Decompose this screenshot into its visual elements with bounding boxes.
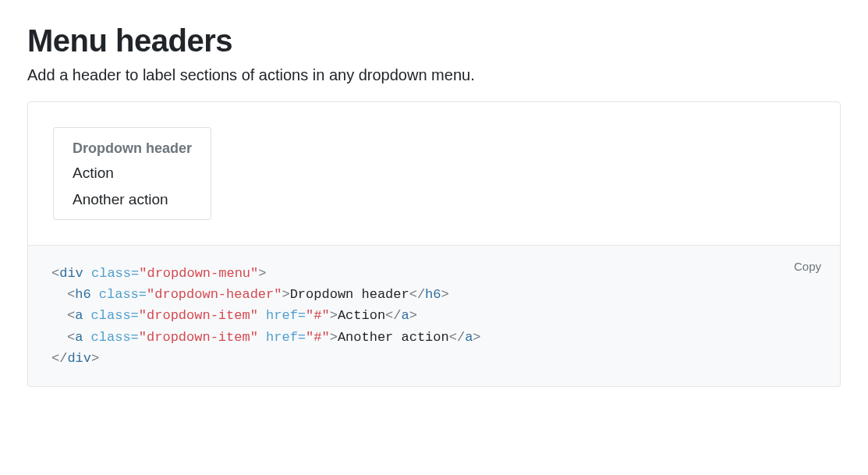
section-description: Add a header to label sections of action… bbox=[27, 66, 841, 84]
dropdown-header: Dropdown header bbox=[54, 134, 211, 160]
code-block: Copy <div class="dropdown-menu"> <h6 cla… bbox=[27, 246, 841, 387]
code-line-3: <a class="dropdown-item" href="#">Action… bbox=[51, 305, 817, 326]
section-title: Menu headers bbox=[27, 23, 841, 58]
code-line-1: <div class="dropdown-menu"> bbox=[51, 263, 817, 284]
dropdown-item-another-action[interactable]: Another action bbox=[54, 186, 211, 213]
example-container: Dropdown header Action Another action bbox=[27, 101, 841, 246]
code-line-5: </div> bbox=[51, 348, 817, 369]
dropdown-menu: Dropdown header Action Another action bbox=[53, 127, 211, 220]
example-demo: Dropdown header Action Another action bbox=[28, 102, 840, 245]
code-line-2: <h6 class="dropdown-header">Dropdown hea… bbox=[51, 284, 817, 305]
code-line-4: <a class="dropdown-item" href="#">Anothe… bbox=[51, 327, 817, 348]
copy-button[interactable]: Copy bbox=[794, 260, 821, 273]
dropdown-item-action[interactable]: Action bbox=[54, 160, 211, 186]
